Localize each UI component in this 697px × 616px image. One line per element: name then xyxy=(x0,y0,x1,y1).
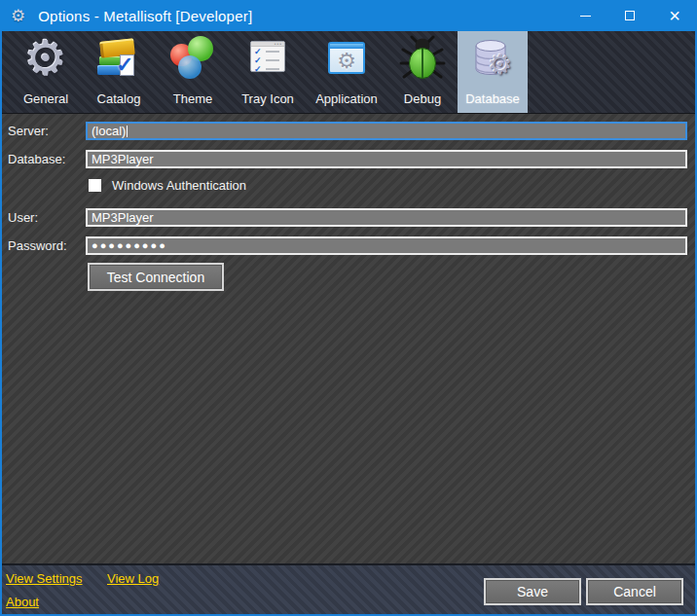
gear-icon: ⚙ xyxy=(22,35,69,82)
maximize-button[interactable] xyxy=(607,0,652,31)
server-label: Server: xyxy=(8,124,49,138)
database-label: Database: xyxy=(8,152,65,166)
tab-catalog[interactable]: ✓ Catalog xyxy=(82,31,156,113)
cancel-button[interactable]: Cancel xyxy=(586,578,683,605)
window-controls: × xyxy=(563,0,697,31)
tab-label: Debug xyxy=(404,91,441,113)
windows-auth-label: Windows Authentication xyxy=(112,178,246,193)
maximize-icon xyxy=(625,11,635,20)
tab-application[interactable]: ⚙ Application xyxy=(306,31,387,113)
tab-label: Catalog xyxy=(97,91,141,113)
tab-general[interactable]: ⚙ General xyxy=(10,31,82,113)
password-input[interactable]: ●●●●●●●●● xyxy=(86,236,687,255)
window-gear-icon: ⚙ xyxy=(323,35,370,82)
minimize-button[interactable] xyxy=(563,0,607,31)
user-label: User: xyxy=(8,210,38,225)
tab-debug[interactable]: Debug xyxy=(387,31,458,113)
footer: View Settings View Log About Save Cancel xyxy=(2,563,695,614)
test-connection-button[interactable]: Test Connection xyxy=(88,263,224,291)
books-stack-icon: ✓ xyxy=(95,35,142,82)
checklist-window-icon: ••• ✓ ✓ ✓ xyxy=(244,35,291,82)
bug-icon xyxy=(399,35,446,82)
rgb-circles-icon xyxy=(169,35,216,82)
titlebar[interactable]: ⚙ Options - Metallisoft [Developer] × xyxy=(0,0,697,31)
tab-label: Theme xyxy=(173,91,212,113)
options-toolbar: ⚙ General ✓ Catalog Theme xyxy=(2,31,695,114)
options-window: ⚙ Options - Metallisoft [Developer] × ⚙ … xyxy=(0,0,697,616)
close-icon: × xyxy=(669,6,680,25)
window-title: Options - Metallisoft [Developer] xyxy=(38,8,252,24)
text-caret xyxy=(127,126,128,137)
password-label: Password: xyxy=(8,238,67,253)
about-link[interactable]: About xyxy=(6,595,39,609)
app-gear-icon: ⚙ xyxy=(11,8,25,24)
close-button[interactable]: × xyxy=(652,0,697,31)
database-gear-icon: ⚙ xyxy=(469,35,516,82)
user-input[interactable]: MP3Player xyxy=(86,208,687,227)
windows-auth-checkbox[interactable] xyxy=(89,179,101,192)
tab-database[interactable]: ⚙ Database xyxy=(458,31,528,113)
tab-label: Database xyxy=(465,91,520,113)
view-log-link[interactable]: View Log xyxy=(107,571,159,586)
tab-label: General xyxy=(23,91,68,113)
tab-label: Application xyxy=(315,91,378,113)
database-input[interactable]: MP3Player xyxy=(86,150,687,168)
minimize-icon xyxy=(580,16,591,17)
view-settings-link[interactable]: View Settings xyxy=(6,571,83,586)
save-button[interactable]: Save xyxy=(484,578,581,605)
tab-label: Tray Icon xyxy=(241,91,294,113)
server-input[interactable]: (local) xyxy=(86,122,687,140)
tab-theme[interactable]: Theme xyxy=(156,31,230,113)
tab-tray-icon[interactable]: ••• ✓ ✓ ✓ Tray Icon xyxy=(230,31,306,113)
